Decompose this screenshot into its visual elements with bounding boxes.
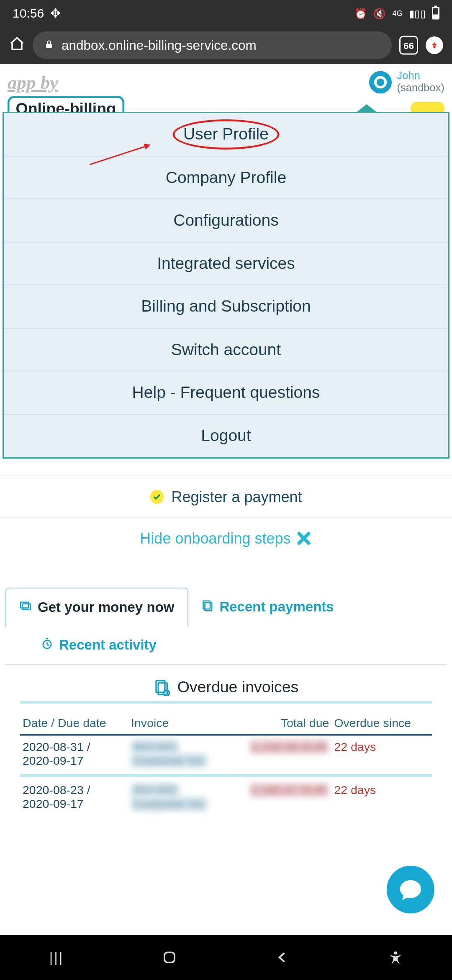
col-since: Overdue since [331,713,432,734]
user-name: John [397,70,420,82]
close-icon [296,530,312,547]
android-navbar: ||| [0,935,452,980]
alarm-icon: ⏰ [354,7,367,19]
chat-icon [398,877,423,902]
chat-button[interactable] [387,866,434,913]
back-button[interactable] [274,949,291,966]
home-button[interactable] [161,949,178,966]
browser-toolbar: andbox.online-billing-service.com 66 [0,26,452,64]
status-time: 10:56 [13,6,44,21]
col-total: Total due [228,713,332,734]
dashboard-tabs: Get your money now Recent payments Recen… [5,588,447,665]
dropdown-company-profile[interactable]: Company Profile [4,156,448,199]
payments-icon [200,598,214,616]
svg-rect-11 [164,952,175,962]
overdue-invoices-panel: Overdue invoices Date / Due date Invoice… [5,669,447,818]
app-header: app by John (sandbox) [0,64,452,94]
avatar-icon [370,71,392,93]
user-menu-trigger[interactable]: John (sandbox) [370,70,444,94]
tab-recent-activity[interactable]: Recent activity [5,627,169,664]
dropdown-user-profile[interactable]: User Profile [4,113,448,156]
network-label: 4G [392,9,402,18]
app-hint-icon: ✥ [50,6,61,21]
table-row[interactable]: 2020-08-23 /2020-09-17 INV-002Customer I… [20,776,432,818]
check-icon [150,490,164,504]
panel-divider [20,701,432,704]
onboarding-register-payment[interactable]: Register a payment [0,476,452,517]
activity-icon [40,637,54,654]
col-invoice: Invoice [128,713,228,734]
dropdown-help[interactable]: Help - Frequent questions [4,371,448,415]
dropdown-configurations[interactable]: Configurations [4,199,448,242]
user-env: (sandbox) [397,82,444,94]
lock-icon [44,38,54,53]
overdue-table: Date / Due date Invoice Total due Overdu… [20,713,432,818]
signal-icon: ▮▯▯ [409,7,426,19]
panel-title: Overdue invoices [5,669,447,701]
home-icon[interactable] [9,36,25,55]
tab-get-money-now[interactable]: Get your money now [5,588,188,628]
dropdown-integrated-services[interactable]: Integrated services [4,242,448,285]
address-bar[interactable]: andbox.online-billing-service.com [33,31,392,59]
dropdown-billing[interactable]: Billing and Subscription [4,285,448,328]
status-bar: 10:56 ✥ ⏰ 🔇 4G ▮▯▯ [0,0,452,26]
tab-recent-payments[interactable]: Recent payments [188,588,346,627]
recents-button[interactable]: ||| [48,949,65,966]
dropdown-logout[interactable]: Logout [4,414,448,457]
user-dropdown: User Profile Company Profile Configurati… [3,112,449,459]
app-logo: app by [8,72,58,93]
url-text: andbox.online-billing-service.com [62,38,257,53]
col-date: Date / Due date [20,713,128,734]
accessibility-button[interactable] [387,949,404,966]
mute-icon: 🔇 [373,7,386,19]
svg-rect-0 [46,44,52,48]
annotation-oval [173,119,280,150]
money-icon [19,599,33,616]
tab-count[interactable]: 66 [399,36,418,55]
invoices-icon [154,678,171,696]
update-icon[interactable] [426,36,443,54]
onboarding-hide-steps[interactable]: Hide onboarding steps [0,517,452,559]
table-row[interactable]: 2020-08-31 /2020-09-17 INV-001Customer I… [20,734,432,776]
battery-icon [432,7,439,20]
svg-point-12 [394,952,397,954]
dropdown-switch-account[interactable]: Switch account [4,328,448,371]
